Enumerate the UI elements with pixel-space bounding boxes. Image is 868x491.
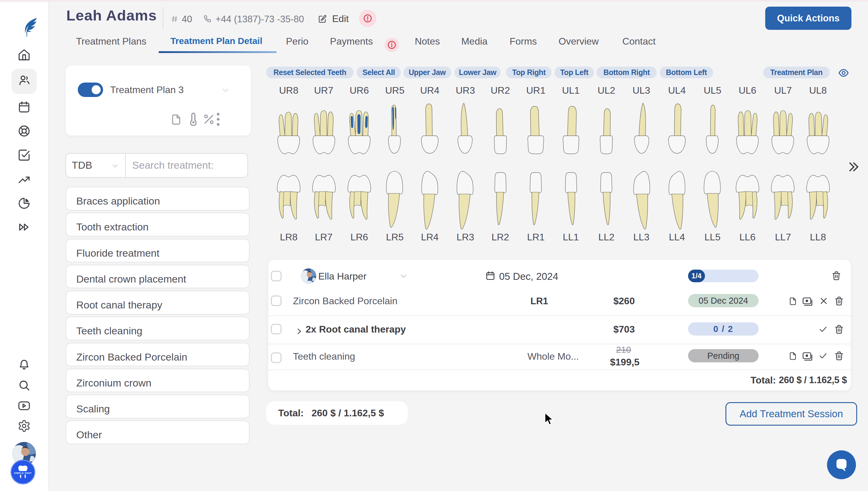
svg-text:SIMPLE DENT: SIMPLE DENT (14, 472, 32, 474)
